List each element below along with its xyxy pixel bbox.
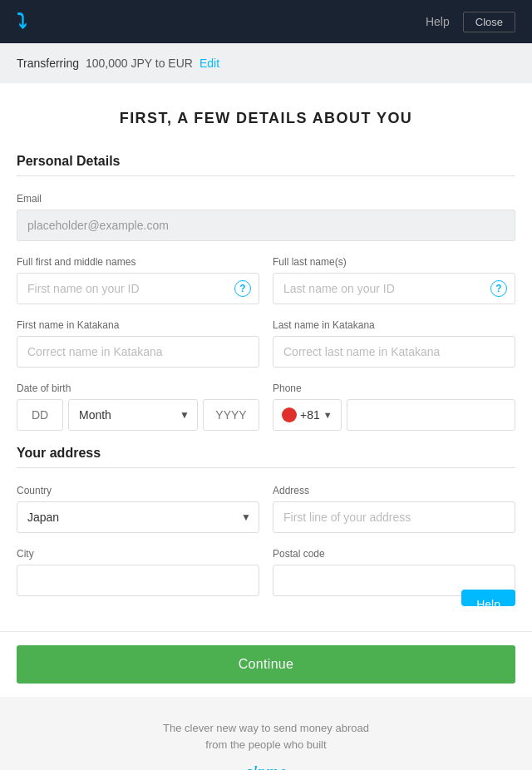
city-field[interactable] [17,565,259,596]
dob-label: Date of birth [17,383,259,394]
dob-year-field[interactable] [203,399,259,431]
address-divider [17,467,515,468]
last-name-label: Full last name(s) [273,256,515,268]
city-label: City [17,548,259,560]
country-group: Country Japan United States United Kingd… [17,485,259,533]
postal-label: Postal code [273,548,515,560]
personal-details-section: Personal Details Email Full first and mi… [17,154,515,431]
dob-month-wrapper: Month January February March April May J… [68,399,198,431]
footer-line1: The clever new way to send money abroad [17,720,515,737]
phone-label: Phone [273,383,515,394]
phone-country-code: +81 [300,408,320,422]
last-katakana-label: Last name in Katakana [273,319,515,331]
footer: The clever new way to send money abroad … [0,697,532,770]
transfer-amount: 100,000 JPY to EUR [86,57,193,70]
last-name-field[interactable] [273,273,515,304]
city-group: City [17,548,259,596]
phone-inputs: +81 ▼ [273,399,515,431]
address-line-group: Address [273,485,515,533]
continue-button[interactable]: Continue [17,645,515,684]
last-katakana-field[interactable] [273,336,515,368]
last-name-help-icon[interactable]: ? [490,280,507,297]
first-katakana-label: First name in Katakana [17,319,259,331]
edit-transfer-link[interactable]: Edit [200,57,219,70]
help-float-button[interactable]: Help [461,590,515,606]
email-group: Email [17,193,515,241]
dob-month-select[interactable]: Month January February March April May J… [68,399,198,431]
first-name-field[interactable] [17,273,259,304]
address-section: Your address Country Japan United States… [17,446,515,611]
transferring-label: Transferring [17,57,79,70]
close-button[interactable]: Close [463,12,515,32]
email-field[interactable] [17,210,515,241]
email-label: Email [17,193,515,205]
help-nav-link[interactable]: Help [426,15,450,28]
phone-section: Phone +81 ▼ [273,383,515,431]
page-title: FIRST, A FEW DETAILS ABOUT YOU [17,110,515,127]
first-name-label: Full first and middle names [17,256,259,268]
logo-icon: ⤵ [17,10,27,33]
first-name-group: Full first and middle names ? [17,256,259,304]
dob-phone-row: Date of birth Month January February Mar… [17,383,515,431]
transfer-bar: Transferring 100,000 JPY to EUR Edit [0,43,532,83]
dob-section: Date of birth Month January February Mar… [17,383,259,431]
first-name-help-icon[interactable]: ? [234,280,251,297]
address-section-title: Your address [17,446,515,461]
footer-line2: from the people who built [17,737,515,753]
personal-divider [17,175,515,176]
last-name-group: Full last name(s) ? [273,256,515,304]
jp-flag-icon [282,407,297,422]
address-line-label: Address [273,485,515,496]
first-katakana-field[interactable] [17,336,259,368]
dob-day-field[interactable] [17,399,63,431]
top-nav: ⤵ Help Close [0,0,532,43]
continue-bar: Continue [0,631,532,697]
last-katakana-group: Last name in Katakana [273,319,515,368]
country-select-wrapper: Japan United States United Kingdom Austr… [17,501,259,533]
country-label: Country [17,485,259,496]
skype-logo: skype [17,761,515,770]
country-select[interactable]: Japan United States United Kingdom Austr… [17,501,259,533]
personal-details-title: Personal Details [17,154,515,169]
phone-number-field[interactable] [347,399,515,431]
first-katakana-group: First name in Katakana [17,319,259,368]
address-line-field[interactable] [273,501,515,533]
phone-chevron-icon: ▼ [323,410,332,420]
main-content: FIRST, A FEW DETAILS ABOUT YOU Personal … [0,83,532,631]
phone-country-selector[interactable]: +81 ▼ [273,399,342,431]
